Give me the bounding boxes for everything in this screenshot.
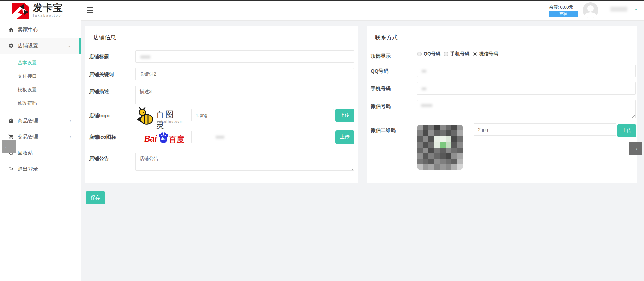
shop-title-label: 店铺标题 xyxy=(89,54,109,60)
topbar: 余额: 0.00元 充值 ▾ xyxy=(81,0,644,21)
baidu-cn-text: 百度 xyxy=(169,134,184,145)
wechat-qrcode-image xyxy=(417,125,463,170)
shop-keywords-label: 店铺关键词 xyxy=(89,71,114,78)
avatar[interactable] xyxy=(583,2,598,18)
radio-phone-number[interactable]: 手机号码 xyxy=(444,51,469,57)
divider xyxy=(85,44,358,44)
username-redacted xyxy=(610,7,627,12)
contact-card-title: 联系方式 xyxy=(375,34,398,41)
user-dropdown-caret-icon[interactable]: ▾ xyxy=(635,7,637,12)
radio-wechat-number[interactable]: 微信号码 xyxy=(473,51,498,57)
sidebar-item-template-settings[interactable]: 模板设置 xyxy=(0,83,81,97)
shop-desc-label: 店铺描述 xyxy=(89,88,109,95)
top-display-label: 顶部显示 xyxy=(371,53,391,59)
fakabao-logo-icon xyxy=(11,1,31,20)
wechat-number-textarea[interactable] xyxy=(417,100,636,118)
shop-ico-upload-button[interactable]: 上传 xyxy=(335,130,354,144)
baidu-bai-text: Bai xyxy=(144,134,157,144)
baidu-du-text: du xyxy=(161,136,166,141)
sidebar-item-product-management[interactable]: 商品管理 › xyxy=(0,113,81,129)
phone-number-input[interactable] xyxy=(417,82,636,95)
avatar-bust-shape xyxy=(584,12,597,18)
shop-title-input[interactable] xyxy=(135,50,354,63)
qq-number-input[interactable] xyxy=(417,65,636,77)
radio-circle-icon xyxy=(444,52,448,56)
shop-ico-filename-input[interactable] xyxy=(191,131,334,143)
contact-card: 联系方式 顶部显示 QQ号码 手机号码 微信号码 QQ号码 手机号码 微信号码 … xyxy=(367,26,637,183)
chevron-right-icon: › xyxy=(70,118,71,123)
qq-number-label: QQ号码 xyxy=(371,68,388,74)
divider xyxy=(367,44,637,44)
sidebar-item-logout[interactable]: 退出登录 xyxy=(0,161,81,177)
baituling-brand-text: 百图灵 xyxy=(156,109,182,131)
sidebar-item-basic-settings[interactable]: 基本设置 xyxy=(0,56,81,70)
radio-qq-number[interactable]: QQ号码 xyxy=(417,51,440,57)
hamburger-menu-icon[interactable] xyxy=(87,7,94,13)
bag-icon xyxy=(8,118,14,124)
next-arrow-button[interactable]: → xyxy=(629,142,642,155)
brand-title: 发卡宝 xyxy=(33,3,63,13)
balance-value: 0.00元 xyxy=(560,5,573,10)
shop-logo-preview-image: 百图灵 baituling.com xyxy=(135,107,182,127)
avatar-head-shape xyxy=(587,5,594,12)
cart-icon xyxy=(8,134,14,140)
sidebar-item-change-password[interactable]: 修改密码 xyxy=(0,97,81,110)
shop-ico-label: 店铺ico图标 xyxy=(89,134,116,140)
shop-notice-label: 店铺公告 xyxy=(89,155,109,162)
home-icon xyxy=(8,27,14,33)
phone-number-label: 手机号码 xyxy=(371,86,391,92)
shop-settings-submenu: 基本设置 支付接口 模板设置 修改密码 xyxy=(0,54,81,113)
wechat-qrcode-label: 微信二维码 xyxy=(371,127,396,134)
balance-label: 余额: xyxy=(549,5,559,10)
balance-text: 余额: 0.00元 xyxy=(549,4,573,10)
qrcode-filename-input[interactable] xyxy=(474,123,616,136)
window-top-edge xyxy=(0,0,644,1)
shop-desc-textarea[interactable]: 描述3 xyxy=(135,86,354,104)
gear-icon xyxy=(8,43,14,49)
shop-logo-filename-input[interactable] xyxy=(191,109,334,121)
radio-circle-icon xyxy=(473,52,477,56)
prev-arrow-button[interactable]: ← xyxy=(2,140,16,153)
radio-circle-icon xyxy=(417,52,422,56)
logout-icon xyxy=(8,166,14,172)
shop-info-card-title: 店铺信息 xyxy=(93,34,116,41)
wechat-number-label: 微信号码 xyxy=(371,103,391,110)
recharge-button[interactable]: 充值 xyxy=(549,11,578,17)
brand-subtitle: fakabao.top xyxy=(33,14,63,17)
sidebar-item-seller-center[interactable]: 卖家中心 xyxy=(0,21,81,38)
top-display-radio-group: QQ号码 手机号码 微信号码 xyxy=(417,51,498,57)
bee-logo-icon xyxy=(136,107,154,126)
brand-logo[interactable]: 发卡宝 fakabao.top xyxy=(0,0,81,21)
chevron-right-icon: › xyxy=(70,134,71,139)
save-button[interactable]: 保存 xyxy=(86,191,105,204)
shop-logo-label: 店铺logo xyxy=(89,113,110,119)
sidebar-item-payment-interface[interactable]: 支付接口 xyxy=(0,70,81,83)
chevron-down-icon: ⌄ xyxy=(68,43,71,48)
shop-logo-upload-button[interactable]: 上传 xyxy=(335,109,354,122)
shop-notice-textarea[interactable]: 店铺公告 xyxy=(135,153,354,171)
shop-keywords-input[interactable] xyxy=(135,68,354,80)
sidebar-item-shop-settings[interactable]: 店铺设置 ⌄ xyxy=(0,38,81,54)
baituling-domain-text: baituling.com xyxy=(157,120,183,123)
shop-info-card: 店铺信息 店铺标题 店铺关键词 店铺描述 描述3 店铺logo 百图灵 bait… xyxy=(85,26,358,183)
shop-ico-preview-image: Bai du 百度 xyxy=(144,132,184,144)
qrcode-upload-button[interactable]: 上传 xyxy=(617,124,636,137)
